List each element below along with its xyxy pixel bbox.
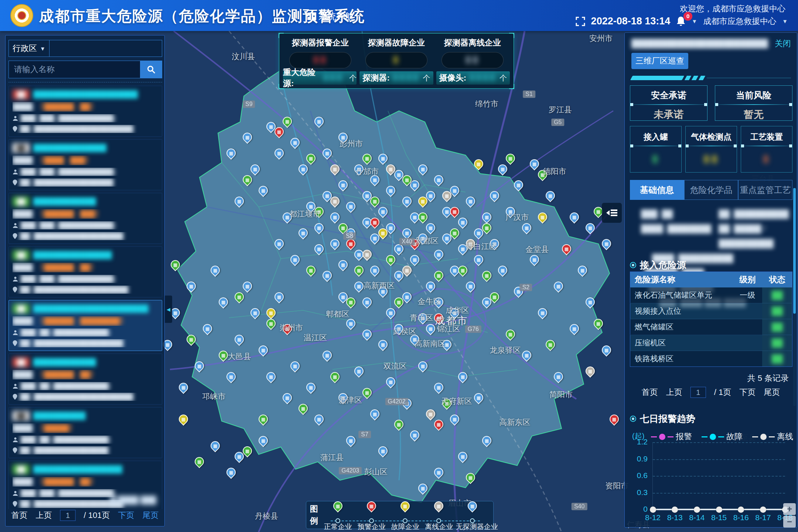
address-redacted: ██: ███████████████	[20, 446, 108, 454]
notification-bell[interactable]: 0	[676, 16, 686, 27]
next-page-button[interactable]: 下页	[118, 510, 134, 521]
company-list-item[interactable]: █████████████████████:【██████ - ██】███: …	[8, 246, 162, 297]
legend-pin-icon: ▦	[331, 499, 344, 512]
company-list-item[interactable]: ████████████████:【█████】███: ██ (███████…	[8, 407, 162, 458]
table-row[interactable]: 压缩机区██	[630, 335, 792, 351]
prev-page-button[interactable]: 上页	[36, 510, 52, 521]
region-value-box[interactable]	[50, 40, 162, 57]
page-input[interactable]: 1	[60, 510, 76, 521]
first-page-button[interactable]: 首页	[11, 510, 28, 521]
address-redacted: ██: ███████████████████	[20, 286, 128, 294]
fullscreen-icon[interactable]	[576, 17, 585, 26]
type-value-redacted: 【██████ - ████████】	[37, 316, 127, 326]
zoom-out-button[interactable]: −	[783, 516, 796, 528]
hazard-name-cell: 压缩机区	[630, 335, 733, 351]
chevron-down-icon[interactable]: ▼	[782, 18, 788, 24]
section-bullet-icon	[630, 416, 636, 422]
stat-card-value-redacted: 8	[393, 55, 400, 66]
legend-line	[702, 436, 707, 437]
company-address-line: ██: ████████████████	[13, 178, 158, 187]
company-address-line: ██: ████████████████████	[13, 393, 158, 401]
counter-unit: 个	[499, 73, 507, 83]
zoom-in-button[interactable]: +	[783, 503, 796, 515]
first-page-button[interactable]: 首页	[642, 387, 658, 398]
facility-counter: 探测器:8888个	[359, 71, 433, 85]
person-icon	[13, 223, 18, 228]
data-point[interactable]	[760, 507, 766, 513]
close-button[interactable]: 关闭	[775, 38, 791, 49]
table-row[interactable]: 燃气储罐区██	[630, 319, 792, 335]
info-text-redacted: ██████████	[719, 236, 774, 251]
contact-redacted: ███: ███ (███████████)	[21, 114, 116, 122]
info-line-redacted: ██████████	[630, 236, 787, 251]
facility-counter: 摄像头:8888个	[436, 71, 510, 85]
stat-card-value: 8	[365, 52, 427, 68]
stat-card-value-redacted: 88	[313, 55, 327, 66]
location-icon	[13, 287, 17, 293]
gridline	[653, 459, 785, 460]
type-label-redacted: ████:	[13, 424, 34, 432]
detector-stat-cards: 探测器报警企业88探测器故障企业8探测器离线企业88	[279, 34, 514, 68]
company-list-item[interactable]: ██████████████████:【██████ - ███】███: ██…	[8, 193, 162, 244]
table-row[interactable]: 视频接入点位██	[630, 303, 792, 319]
panel-expand-button[interactable]	[602, 203, 622, 223]
data-point[interactable]	[694, 507, 700, 513]
last-page-button[interactable]: 尾页	[764, 387, 780, 398]
company-list-item[interactable]: ████████████████████████████:【██████ - █…	[8, 300, 162, 351]
contact-redacted: ███: ███ (███████████)	[21, 168, 116, 176]
legend-dot	[659, 434, 665, 440]
data-point[interactable]	[650, 507, 656, 513]
facility-counters: 重大危险源:888个探测器:8888个摄像头:8888个	[279, 68, 514, 85]
hazard-section-header: 接入危险源	[630, 259, 686, 271]
page-input[interactable]: 1	[690, 387, 706, 398]
status-redacted: ██	[772, 323, 783, 331]
data-point[interactable]	[716, 507, 722, 513]
user-org-dropdown[interactable]: 成都市应急救援中心	[703, 16, 776, 27]
chevron-down-icon[interactable]: ▼	[692, 18, 697, 24]
next-page-button[interactable]: 下页	[739, 387, 756, 398]
tab-危险化学品[interactable]: 危险化学品	[684, 180, 739, 200]
company-item-header: ██████████████████████	[13, 89, 158, 99]
company-type-line: ████:【██████ - ██】	[13, 102, 158, 112]
divider	[742, 146, 791, 146]
tab-重点监管工艺[interactable]: 重点监管工艺	[738, 180, 792, 200]
sidebar-collapse-handle[interactable]: ◀	[165, 296, 172, 323]
hazard-level-cell	[733, 319, 762, 335]
hazard-record-count: 共 5 条记录	[747, 373, 789, 384]
location-icon	[13, 126, 17, 132]
hazard-table: 危险源名称级别状态 液化石油气储罐区单元一级██视频接入点位██燃气储罐区██压…	[630, 272, 792, 367]
company-item-header: ████████████████████████	[13, 304, 158, 314]
tab-基础信息[interactable]: 基础信息	[630, 180, 684, 200]
search-input[interactable]	[8, 61, 140, 78]
hazard-level-cell: 一级	[733, 287, 762, 303]
region-select-label: 行政区	[13, 43, 37, 54]
prev-page-button[interactable]: 上页	[666, 387, 682, 398]
person-icon	[13, 116, 18, 121]
address-redacted: ██: ████████████████████	[20, 393, 133, 401]
search-row	[8, 61, 162, 78]
data-point[interactable]	[738, 507, 744, 513]
region-select[interactable]: 行政区 ▼	[9, 40, 50, 57]
type-label-redacted: ████:	[13, 317, 34, 325]
company-type-line: ████:【██████ - ███】	[13, 209, 158, 219]
company-name-redacted: ██████████	[33, 412, 86, 420]
company-list-item[interactable]: ████████████████████:【████ - ███】███: ██…	[8, 139, 162, 190]
table-row[interactable]: 铁路栈桥区██	[630, 351, 792, 367]
company-name-redacted: ████████████	[33, 197, 96, 206]
legend-line	[668, 436, 673, 437]
patrol-3d-button[interactable]: 三维厂区巡查	[631, 53, 688, 69]
counter-unit: 个	[423, 73, 430, 83]
system-nav-button[interactable]: 系统导航	[307, 10, 354, 22]
search-button[interactable]	[140, 61, 162, 78]
counter-label: 重大危险源:	[283, 67, 317, 89]
expand-list-icon	[606, 208, 617, 218]
data-point[interactable]	[672, 507, 678, 513]
scrollbar-thumb[interactable]	[793, 188, 796, 314]
section-bullet-icon	[630, 262, 636, 268]
counter-unit: 个	[349, 73, 357, 83]
last-page-button[interactable]: 尾页	[142, 510, 158, 521]
company-list-item[interactable]: ██████████████████:【██████ - ██】███: ██ …	[8, 354, 162, 405]
company-list-item[interactable]: ██████████████████████████:【██████ - ██】…	[8, 86, 162, 137]
table-row[interactable]: 液化石油气储罐区单元一级██	[630, 287, 792, 303]
company-contact-line: ███: ██ (███████████)	[13, 436, 158, 444]
